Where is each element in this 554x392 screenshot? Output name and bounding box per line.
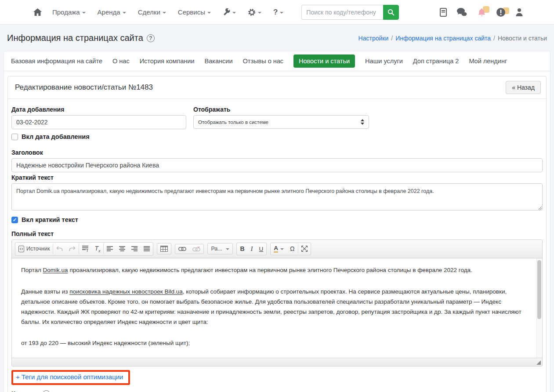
search-input[interactable] (301, 5, 383, 20)
editor-content-area[interactable]: Портал Domik.ua проанализировал, какую н… (12, 258, 542, 358)
tab-about[interactable]: О нас (112, 58, 130, 65)
journal-icon[interactable] (440, 8, 447, 17)
editor-paragraph: Портал Domik.ua проанализировал, какую н… (21, 265, 527, 276)
underline-button[interactable]: U (256, 243, 267, 255)
tab-services[interactable]: Наши услуги (365, 58, 403, 65)
search-group (301, 5, 399, 20)
help-dropdown[interactable]: ? (273, 8, 283, 17)
notifications-bell-icon[interactable] (477, 7, 486, 17)
breadcrumb: Настройки/Информация на страницах сайта/… (358, 35, 547, 42)
unlink-button[interactable] (189, 244, 203, 254)
paste-plain-text-button[interactable]: T (79, 243, 91, 255)
home-icon[interactable] (33, 8, 42, 16)
chevron-down-icon (280, 12, 283, 14)
justify-button[interactable] (141, 243, 153, 255)
tab-landing[interactable]: Мой лендинг (469, 58, 507, 65)
insert-table-button[interactable] (157, 243, 171, 254)
nav-item-sdelki[interactable]: Сделки (138, 8, 166, 16)
bold-button[interactable]: B (237, 243, 247, 255)
editor-footer (12, 358, 542, 366)
tab-extra-page[interactable]: Доп страница 2 (413, 58, 459, 65)
screen: Продажа Аренда Сделки Сервисы ? (0, 0, 554, 392)
page-title: Информация на страницах сайта ? (7, 33, 155, 43)
editor-content: Портал Domik.ua проанализировал, какую н… (12, 258, 542, 358)
wrench-icon (223, 8, 230, 16)
redo-icon (69, 246, 76, 251)
editor-toolbar: Источник T (12, 240, 542, 258)
italic-button[interactable]: I (248, 243, 256, 255)
seo-tags-link[interactable]: + Теги для поисковой оптимизации (16, 373, 123, 381)
tab-base-info[interactable]: Базовая информация на сайте (11, 58, 102, 65)
date-label: Дата добавления (11, 106, 186, 113)
text-color-icon: A (274, 245, 278, 253)
tools-dropdown[interactable] (223, 8, 236, 16)
nav-item-arenda[interactable]: Аренда (98, 8, 126, 16)
short-text-textarea[interactable]: Портал Domik.ua проанализировал, какую н… (11, 183, 543, 211)
unlink-icon (192, 247, 200, 251)
link-icon (178, 247, 186, 251)
nav-item-prodazha[interactable]: Продажа (52, 8, 86, 16)
date-checkbox[interactable] (11, 134, 18, 140)
user-profile-icon[interactable] (515, 8, 523, 17)
undo-button[interactable] (53, 243, 66, 255)
chevron-down-icon (232, 12, 236, 14)
breadcrumb-site-info[interactable]: Информация на страницах сайта (395, 35, 491, 42)
editor-paragraph: от 193 до 220 — высокий Индекс надежност… (21, 338, 527, 348)
help-icon[interactable]: ? (147, 34, 155, 42)
toolbar-group-extra: A Ω (270, 243, 311, 255)
source-icon (18, 246, 24, 252)
chevron-down-icon (163, 12, 166, 14)
scrollbar-thumb[interactable] (537, 260, 541, 319)
settings-dropdown[interactable] (248, 8, 261, 16)
chevron-down-icon (258, 12, 261, 14)
title-input[interactable] (11, 158, 543, 172)
maximize-button[interactable] (298, 243, 311, 255)
image-label-row: Картинка ? (11, 390, 543, 392)
toolbar-group-table (157, 243, 171, 254)
breadcrumb-settings[interactable]: Настройки (358, 35, 389, 42)
align-center-icon (119, 246, 125, 251)
align-left-button[interactable] (104, 243, 116, 255)
tab-news-active[interactable]: Новости и статьи (293, 54, 355, 68)
justify-icon (144, 246, 150, 251)
redo-button[interactable] (66, 243, 79, 255)
chevron-down-icon (226, 248, 229, 250)
resize-grip-icon[interactable] (536, 360, 541, 365)
search-button[interactable] (383, 5, 399, 20)
back-button[interactable]: « Назад (506, 81, 541, 94)
svg-text:T: T (86, 248, 88, 252)
remove-format-icon: Tx (94, 245, 100, 253)
toolbar-group-main: Источник T (15, 242, 153, 256)
date-checkbox-row: Вкл дата добавления (11, 133, 543, 140)
text-color-button[interactable]: A (271, 243, 287, 255)
display-field-group: Отображать Отображать только в системе (193, 102, 369, 129)
image-help-icon[interactable]: ? (43, 390, 50, 392)
align-center-button[interactable] (116, 243, 128, 255)
date-input[interactable] (11, 115, 186, 129)
rich-text-editor: Источник T (11, 240, 543, 367)
title-label: Заголовок (11, 149, 543, 156)
link-button[interactable] (175, 244, 189, 254)
alerts-icon[interactable] (496, 7, 506, 17)
breadcrumb-separator: / (391, 35, 393, 42)
editor-scrollbar[interactable] (536, 258, 542, 358)
short-text-checkbox[interactable]: ✓ (11, 217, 18, 223)
short-checkbox-row: ✓ Вкл краткий текст (11, 216, 543, 223)
nav-item-servisy[interactable]: Сервисы (178, 8, 211, 16)
remove-format-button[interactable]: Tx (91, 243, 103, 255)
toolbar-group-links (175, 244, 204, 254)
display-select-value: Отображать только в системе (198, 120, 268, 125)
content-card: Базовая информация на сайте О нас Истори… (4, 51, 550, 392)
source-button[interactable]: Источник (15, 243, 53, 255)
display-select[interactable]: Отображать только в системе (193, 115, 369, 129)
tab-vacancies[interactable]: Вакансии (205, 58, 233, 65)
tab-reviews[interactable]: Отзывы о нас (243, 58, 283, 65)
toolbar-group-style: B I U (236, 243, 267, 255)
table-icon (160, 246, 168, 252)
paragraph-format-dropdown[interactable]: Ра... (208, 243, 232, 254)
messages-icon[interactable] (456, 8, 467, 17)
align-right-button[interactable] (128, 243, 141, 255)
breadcrumb-separator: / (493, 35, 495, 42)
tab-history[interactable]: История компании (140, 58, 195, 65)
special-char-button[interactable]: Ω (287, 243, 297, 255)
